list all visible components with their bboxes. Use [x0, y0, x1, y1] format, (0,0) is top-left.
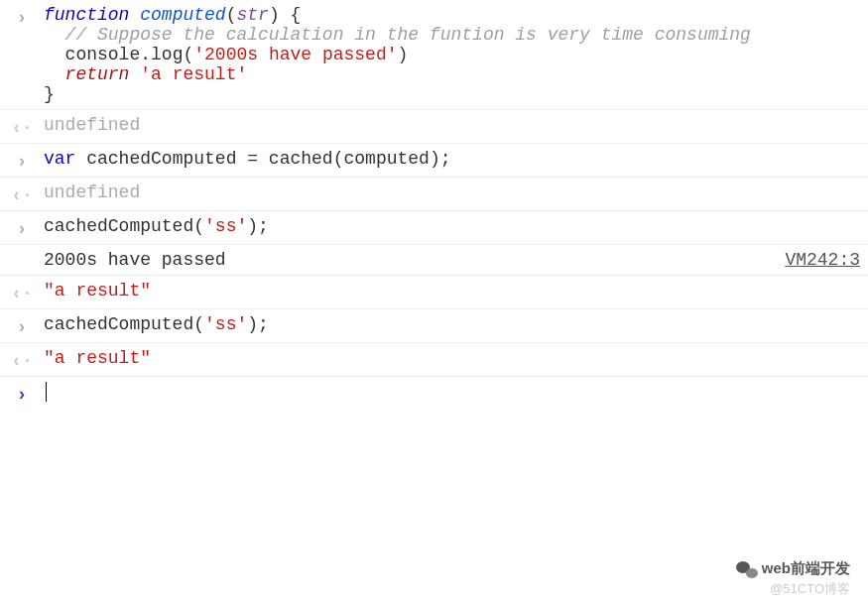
watermark-line2: @51CTO博客 — [736, 580, 850, 598]
call-name: cachedComputed — [44, 216, 193, 236]
watermark-text1: web前端开发 — [762, 559, 850, 578]
keyword-return: return — [65, 64, 130, 84]
watermark-line1: web前端开发 — [736, 559, 850, 578]
chevron-left-icon: ‹· — [8, 348, 36, 371]
console-row-output[interactable]: ‹· undefined — [0, 178, 868, 211]
console-row-input[interactable]: › cachedComputed('ss'); — [0, 309, 868, 343]
console-row-input[interactable]: › function computed(str) { // Suppose th… — [0, 0, 868, 110]
chevron-right-icon: › — [8, 149, 36, 172]
output-string: "a result" — [36, 348, 860, 368]
chevron-left-icon: ‹· — [8, 182, 36, 205]
call-arg: computed — [343, 149, 429, 169]
param-name: str — [236, 5, 268, 25]
output-undefined: undefined — [36, 115, 860, 135]
watermark: web前端开发 @51CTO博客 — [736, 559, 850, 598]
code-input: function computed(str) { // Suppose the … — [36, 5, 860, 104]
call-name: cachedComputed — [44, 314, 193, 334]
keyword-var: var — [44, 149, 75, 169]
console-row-output[interactable]: ‹· "a result" — [0, 343, 868, 377]
call-name: cached — [269, 149, 333, 169]
output-string: "a result" — [36, 281, 860, 301]
console-row-prompt[interactable]: › — [0, 377, 868, 410]
output-undefined: undefined — [36, 182, 860, 202]
log-method: log — [151, 45, 183, 64]
blank-gutter — [8, 250, 36, 253]
var-name: cachedComputed — [86, 149, 236, 169]
comment-text: // Suppose the calculation in the funtio… — [65, 25, 751, 45]
code-input: cachedComputed('ss'); — [36, 314, 860, 334]
console-obj: console — [65, 45, 141, 64]
chevron-left-icon: ‹· — [8, 281, 36, 303]
call-arg: 'ss' — [204, 314, 247, 334]
console-row-output[interactable]: ‹· undefined — [0, 110, 868, 144]
return-value: 'a result' — [140, 64, 247, 84]
log-text: 2000s have passed — [44, 250, 226, 270]
console-row-input[interactable]: › cachedComputed('ss'); — [0, 211, 868, 245]
source-link[interactable]: VM242:3 — [785, 250, 860, 270]
brace-close: } — [44, 84, 55, 104]
log-arg: '2000s have passed' — [193, 45, 397, 64]
chevron-right-icon: › — [8, 216, 36, 239]
chevron-right-icon: › — [8, 382, 36, 405]
cursor-icon — [46, 382, 47, 402]
chevron-right-icon: › — [8, 5, 36, 28]
console-row-input[interactable]: › var cachedComputed = cached(computed); — [0, 144, 868, 178]
wechat-icon — [736, 560, 758, 578]
console-row-output[interactable]: ‹· "a result" — [0, 276, 868, 309]
function-name: computed — [140, 5, 225, 25]
call-arg: 'ss' — [204, 216, 247, 236]
chevron-right-icon: › — [8, 314, 36, 337]
code-input: cachedComputed('ss'); — [36, 216, 860, 236]
console-row-log[interactable]: 2000s have passed VM242:3 — [0, 245, 868, 276]
log-output: 2000s have passed VM242:3 — [36, 250, 860, 270]
active-input[interactable] — [36, 382, 860, 402]
keyword-function: function — [44, 5, 129, 25]
chevron-left-icon: ‹· — [8, 115, 36, 138]
code-input: var cachedComputed = cached(computed); — [36, 149, 860, 169]
